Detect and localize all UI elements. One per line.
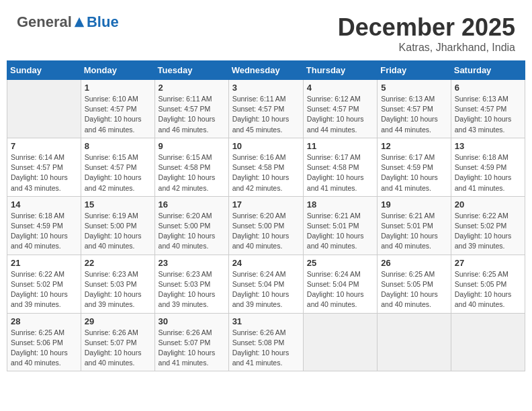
calendar-day-cell: 5Sunrise: 6:13 AMSunset: 4:57 PMDaylight… [378,80,451,138]
day-number: 4 [307,83,373,93]
day-number: 2 [159,83,225,93]
day-info: Sunrise: 6:19 AMSunset: 5:00 PMDaylight:… [85,211,151,252]
calendar-day-cell: 7Sunrise: 6:14 AMSunset: 4:57 PMDaylight… [7,138,81,196]
day-info: Sunrise: 6:22 AMSunset: 5:02 PMDaylight:… [455,211,521,252]
calendar-day-cell: 25Sunrise: 6:24 AMSunset: 5:04 PMDayligh… [303,255,377,313]
day-info: Sunrise: 6:26 AMSunset: 5:07 PMDaylight:… [85,328,151,369]
calendar-day-cell: 4Sunrise: 6:12 AMSunset: 4:57 PMDaylight… [303,80,377,138]
day-number: 3 [232,83,300,93]
day-info: Sunrise: 6:14 AMSunset: 4:57 PMDaylight:… [11,152,77,193]
day-info: Sunrise: 6:10 AMSunset: 4:57 PMDaylight:… [85,94,151,135]
logo-blue: Blue [87,13,119,31]
day-number: 24 [232,258,300,268]
calendar-day-cell [378,313,451,371]
day-number: 6 [455,83,521,93]
day-info: Sunrise: 6:25 AMSunset: 5:05 PMDaylight:… [455,269,521,310]
day-info: Sunrise: 6:15 AMSunset: 4:58 PMDaylight:… [159,152,225,193]
calendar-day-cell: 12Sunrise: 6:17 AMSunset: 4:59 PMDayligh… [378,138,451,196]
day-number: 7 [11,141,77,151]
day-info: Sunrise: 6:23 AMSunset: 5:03 PMDaylight:… [159,269,225,310]
day-info: Sunrise: 6:17 AMSunset: 4:58 PMDaylight:… [307,152,373,193]
day-info: Sunrise: 6:13 AMSunset: 4:57 PMDaylight:… [455,94,521,135]
calendar-day-cell: 30Sunrise: 6:26 AMSunset: 5:07 PMDayligh… [154,313,228,371]
svg-marker-0 [75,17,84,27]
calendar-day-cell: 28Sunrise: 6:25 AMSunset: 5:06 PMDayligh… [7,313,81,371]
calendar-day-cell: 8Sunrise: 6:15 AMSunset: 4:57 PMDaylight… [81,138,154,196]
day-info: Sunrise: 6:25 AMSunset: 5:05 PMDaylight:… [381,269,447,310]
day-info: Sunrise: 6:21 AMSunset: 5:01 PMDaylight:… [381,211,447,252]
weekday-header-cell: Wednesday [228,61,303,80]
weekday-header-cell: Friday [378,61,451,80]
day-info: Sunrise: 6:11 AMSunset: 4:57 PMDaylight:… [232,94,300,135]
calendar-day-cell: 9Sunrise: 6:15 AMSunset: 4:58 PMDaylight… [154,138,228,196]
calendar-day-cell: 27Sunrise: 6:25 AMSunset: 5:05 PMDayligh… [451,255,525,313]
calendar-day-cell: 20Sunrise: 6:22 AMSunset: 5:02 PMDayligh… [451,196,525,255]
day-number: 26 [381,258,447,268]
day-number: 28 [11,316,77,326]
day-number: 21 [11,258,77,268]
day-number: 13 [455,141,521,151]
day-info: Sunrise: 6:11 AMSunset: 4:57 PMDaylight:… [159,94,225,135]
calendar-day-cell: 21Sunrise: 6:22 AMSunset: 5:02 PMDayligh… [7,255,81,313]
day-info: Sunrise: 6:22 AMSunset: 5:02 PMDaylight:… [11,269,77,310]
calendar-day-cell [7,80,81,138]
day-number: 17 [232,199,300,210]
day-number: 18 [307,199,373,210]
day-info: Sunrise: 6:18 AMSunset: 4:59 PMDaylight:… [455,152,521,193]
calendar-day-cell [303,313,377,371]
day-info: Sunrise: 6:26 AMSunset: 5:07 PMDaylight:… [159,328,225,369]
day-number: 27 [455,258,521,268]
day-info: Sunrise: 6:20 AMSunset: 5:00 PMDaylight:… [232,211,300,252]
calendar-day-cell: 19Sunrise: 6:21 AMSunset: 5:01 PMDayligh… [378,196,451,255]
calendar-day-cell [451,313,525,371]
day-number: 16 [159,199,225,210]
day-info: Sunrise: 6:13 AMSunset: 4:57 PMDaylight:… [381,94,447,135]
day-number: 5 [381,83,447,93]
location: Katras, Jharkhand, India [338,42,515,54]
calendar-day-cell: 3Sunrise: 6:11 AMSunset: 4:57 PMDaylight… [228,80,303,138]
calendar-day-cell: 17Sunrise: 6:20 AMSunset: 5:00 PMDayligh… [228,196,303,255]
calendar-day-cell: 15Sunrise: 6:19 AMSunset: 5:00 PMDayligh… [81,196,154,255]
day-number: 12 [381,141,447,151]
calendar-day-cell: 22Sunrise: 6:23 AMSunset: 5:03 PMDayligh… [81,255,154,313]
day-info: Sunrise: 6:20 AMSunset: 5:00 PMDaylight:… [159,211,225,252]
day-number: 9 [159,141,225,151]
day-number: 11 [307,141,373,151]
title-area: December 2025 Katras, Jharkhand, India [338,13,515,54]
day-number: 20 [455,199,521,210]
month-title: December 2025 [338,13,515,42]
day-info: Sunrise: 6:26 AMSunset: 5:08 PMDaylight:… [232,328,300,369]
day-number: 19 [381,199,447,210]
calendar-day-cell: 6Sunrise: 6:13 AMSunset: 4:57 PMDaylight… [451,80,525,138]
logo: General Blue [17,13,119,31]
day-info: Sunrise: 6:25 AMSunset: 5:06 PMDaylight:… [11,328,77,369]
day-number: 8 [85,141,151,151]
day-info: Sunrise: 6:15 AMSunset: 4:57 PMDaylight:… [85,152,151,193]
calendar-day-cell: 13Sunrise: 6:18 AMSunset: 4:59 PMDayligh… [451,138,525,196]
weekday-header-cell: Tuesday [154,61,228,80]
day-number: 15 [85,199,151,210]
weekday-header-row: SundayMondayTuesdayWednesdayThursdayFrid… [7,61,525,80]
day-number: 23 [159,258,225,268]
calendar-day-cell: 23Sunrise: 6:23 AMSunset: 5:03 PMDayligh… [154,255,228,313]
logo-general: General [17,13,72,31]
calendar-day-cell: 31Sunrise: 6:26 AMSunset: 5:08 PMDayligh… [228,313,303,371]
calendar-day-cell: 2Sunrise: 6:11 AMSunset: 4:57 PMDaylight… [154,80,228,138]
weekday-header-cell: Sunday [7,61,81,80]
calendar-day-cell: 14Sunrise: 6:18 AMSunset: 4:59 PMDayligh… [7,196,81,255]
calendar-body: 1Sunrise: 6:10 AMSunset: 4:57 PMDaylight… [7,80,525,371]
weekday-header-cell: Saturday [451,61,525,80]
calendar-week-row: 21Sunrise: 6:22 AMSunset: 5:02 PMDayligh… [7,255,525,313]
calendar-table: SundayMondayTuesdayWednesdayThursdayFrid… [7,60,525,371]
calendar-day-cell: 16Sunrise: 6:20 AMSunset: 5:00 PMDayligh… [154,196,228,255]
day-info: Sunrise: 6:16 AMSunset: 4:58 PMDaylight:… [232,152,300,193]
calendar-day-cell: 1Sunrise: 6:10 AMSunset: 4:57 PMDaylight… [81,80,154,138]
day-info: Sunrise: 6:24 AMSunset: 5:04 PMDaylight:… [307,269,373,310]
day-info: Sunrise: 6:17 AMSunset: 4:59 PMDaylight:… [381,152,447,193]
day-number: 29 [85,316,151,326]
calendar-week-row: 28Sunrise: 6:25 AMSunset: 5:06 PMDayligh… [7,313,525,371]
page-header: General Blue December 2025 Katras, Jhark… [7,7,525,57]
day-number: 30 [159,316,225,326]
day-number: 25 [307,258,373,268]
day-number: 31 [232,316,300,326]
